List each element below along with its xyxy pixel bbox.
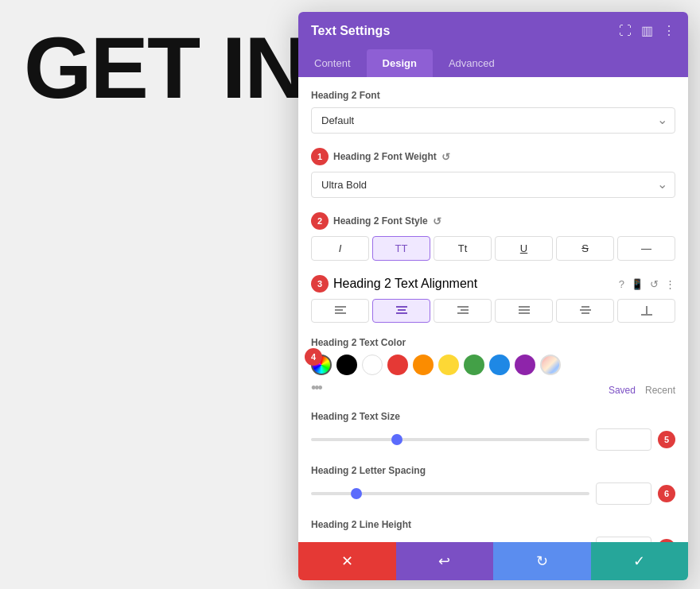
heading2-text-color-section: Heading 2 Text Color 4 ••• [311,337,675,397]
align-buttons [311,299,675,323]
swatch-gradient[interactable] [540,355,561,375]
heading2-font-weight-label: 1 Heading 2 Font Weight ↺ [311,148,675,165]
align-label-group: 3 Heading 2 Text Alignment [311,275,477,293]
background-heading: GET IN [24,24,306,111]
color-tab-recent[interactable]: Recent [645,385,675,396]
redo-button[interactable]: ↻ [493,542,591,580]
heading2-text-size-section: Heading 2 Text Size 6vw 5 [311,411,675,451]
swatch-green[interactable] [464,355,484,375]
tab-content[interactable]: Content [298,49,367,77]
more-colors-icon[interactable]: ••• [311,380,321,397]
svg-rect-2 [335,312,346,314]
color-footer: ••• Saved Recent [311,380,675,397]
swatch-orange[interactable] [413,355,434,375]
line-height-slider-row: 0.8em 7 [311,537,675,542]
undo-button[interactable]: ↩ [396,542,494,580]
align-header: 3 Heading 2 Text Alignment ? 📱 ↺ ⋮ [311,275,675,293]
uppercase-btn[interactable]: TT [372,236,430,261]
text-settings-panel: Text Settings ⛶ ▥ ⋮ Content Design Advan… [298,12,688,580]
heading2-line-height-label: Heading 2 Line Height [311,519,675,530]
badge-5: 5 [658,431,675,448]
italic-btn[interactable]: I [311,236,369,261]
fullscreen-icon[interactable]: ⛶ [619,24,632,38]
heading2-font-label: Heading 2 Font [311,90,675,101]
font-style-reset-icon[interactable]: ↺ [433,215,441,227]
tabs-bar: Content Design Advanced [298,49,688,77]
svg-rect-3 [396,306,407,308]
text-size-input[interactable]: 6vw [596,428,651,451]
svg-rect-16 [641,314,652,316]
svg-rect-12 [581,306,589,308]
panel-header: Text Settings ⛶ ▥ ⋮ [298,12,688,49]
panel-header-icons: ⛶ ▥ ⋮ [619,23,675,38]
tab-design[interactable]: Design [367,49,433,77]
letter-spacing-input[interactable]: -0.4vw [596,482,651,505]
heading2-font-select-wrapper: Default [311,107,675,134]
swatch-black[interactable] [336,355,357,375]
align-col-center-btn[interactable] [556,299,614,323]
svg-rect-9 [519,306,530,308]
text-size-slider-row: 6vw 5 [311,428,675,451]
heading2-text-alignment-section: 3 Heading 2 Text Alignment ? 📱 ↺ ⋮ [311,275,675,323]
align-center-btn[interactable] [372,299,430,323]
swatch-red[interactable] [387,355,408,375]
badge-4: 4 [305,348,322,366]
align-right-btn[interactable] [434,299,492,323]
svg-rect-1 [335,309,343,311]
svg-rect-0 [335,306,346,308]
font-style-buttons: I TT Tt U S — [311,236,675,261]
align-label-text: Heading 2 Text Alignment [333,277,477,291]
align-more-icon[interactable]: ⋮ [665,278,675,290]
swatch-blue[interactable] [489,355,510,375]
svg-rect-8 [457,312,469,314]
panel-title: Text Settings [311,24,390,38]
strikethrough-btn[interactable]: S [556,236,614,261]
svg-rect-6 [457,306,469,308]
swatch-white[interactable] [362,355,383,375]
tab-advanced[interactable]: Advanced [433,49,511,77]
more-icon[interactable]: ⋮ [663,23,675,38]
heading2-font-weight-select[interactable]: Ultra Bold [311,172,675,198]
badge-2: 2 [311,212,329,230]
swatch-purple[interactable] [515,355,535,375]
cancel-button[interactable]: ✕ [298,542,396,580]
color-swatches: 4 [311,355,675,375]
panel-body: Heading 2 Font Default 1 Heading 2 Font … [298,77,688,542]
svg-rect-14 [581,312,589,314]
svg-rect-5 [396,312,407,314]
align-device-icon[interactable]: 📱 [631,278,644,290]
columns-icon[interactable]: ▥ [641,23,653,38]
heading2-text-size-label: Heading 2 Text Size [311,411,675,422]
heading2-font-select[interactable]: Default [311,107,675,134]
align-help-icon[interactable]: ? [619,278,624,290]
color-picker-wrapper: 4 [311,355,332,375]
align-header-icons: ? 📱 ↺ ⋮ [619,278,675,290]
extra-style-btn[interactable]: — [617,236,675,261]
align-reset-icon[interactable]: ↺ [650,278,659,290]
align-justify-btn[interactable] [495,299,553,323]
svg-rect-13 [580,309,591,311]
heading2-letter-spacing-label: Heading 2 Letter Spacing [311,465,675,476]
line-height-input[interactable]: 0.8em [596,537,651,542]
align-left-btn[interactable] [311,299,369,323]
badge-3: 3 [311,275,329,293]
capitalize-btn[interactable]: Tt [434,236,492,261]
heading2-line-height-section: Heading 2 Line Height 0.8em 7 [311,519,675,542]
svg-rect-11 [519,312,530,314]
heading2-font-style-label: 2 Heading 2 Font Style ↺ [311,212,675,230]
letter-spacing-slider-row: -0.4vw 6 [311,482,675,505]
swatch-yellow[interactable] [438,355,459,375]
heading2-font-section: Heading 2 Font Default [311,90,675,134]
heading2-font-weight-select-wrapper: Ultra Bold [311,172,675,198]
text-size-slider[interactable] [311,438,589,441]
letter-spacing-slider[interactable] [311,492,589,495]
color-tabs: Saved Recent [609,385,675,396]
badge-1: 1 [311,148,329,165]
heading2-letter-spacing-section: Heading 2 Letter Spacing -0.4vw 6 [311,465,675,505]
panel-footer: ✕ ↩ ↻ ✓ [298,542,688,580]
font-weight-reset-icon[interactable]: ↺ [441,151,450,163]
color-tab-saved[interactable]: Saved [609,385,636,396]
align-col-bottom-btn[interactable] [617,299,675,323]
underline-btn[interactable]: U [495,236,553,261]
save-button[interactable]: ✓ [591,542,689,580]
